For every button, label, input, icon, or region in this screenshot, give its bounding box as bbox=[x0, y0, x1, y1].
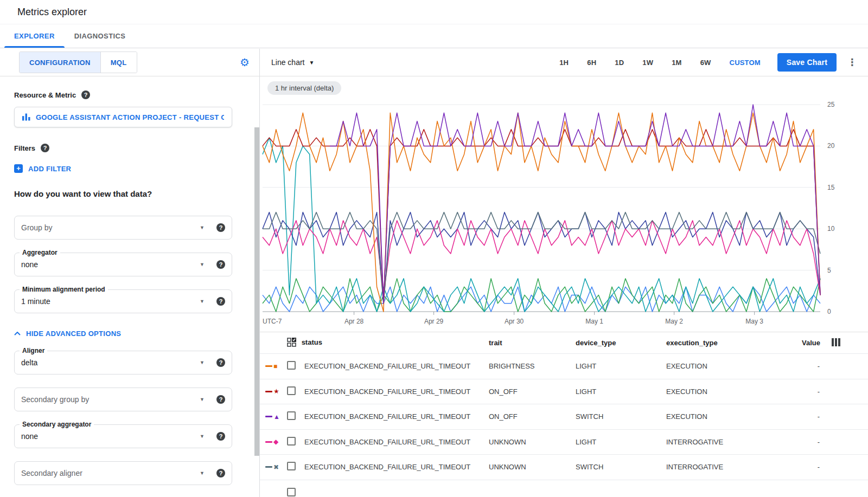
table-row: ▲ EXECUTION_BACKEND_FAILURE_URL_TIMEOUT … bbox=[260, 404, 868, 429]
table-row: ◆ EXECUTION_BACKEND_FAILURE_URL_TIMEOUT … bbox=[260, 429, 868, 455]
panel-scrollbar[interactable] bbox=[254, 127, 259, 456]
range-6w-button[interactable]: 6W bbox=[691, 54, 720, 71]
help-icon[interactable]: ? bbox=[216, 260, 225, 269]
aligner-value: delta bbox=[21, 358, 37, 367]
range-1d-button[interactable]: 1D bbox=[605, 54, 633, 71]
hide-advanced-options-toggle[interactable]: HIDE ADVANCED OPTIONS bbox=[14, 330, 121, 338]
help-icon[interactable]: ? bbox=[216, 358, 225, 367]
header-value[interactable]: Value bbox=[802, 339, 820, 347]
chart-type-label: Line chart bbox=[271, 58, 304, 67]
segment-mql[interactable]: MQL bbox=[100, 52, 137, 73]
filters-label-row: Filters ? bbox=[14, 144, 232, 152]
segment-configuration[interactable]: CONFIGURATION bbox=[20, 52, 100, 73]
help-icon[interactable]: ? bbox=[41, 144, 49, 152]
main-tabs: EXPLORER DIAGNOSTICS bbox=[0, 24, 868, 48]
row-status: EXECUTION_BACKEND_FAILURE_URL_TIMEOUT bbox=[304, 412, 489, 421]
secondary-group-by-select[interactable]: Secondary group by ▼ ? bbox=[14, 388, 232, 411]
range-6h-button[interactable]: 6H bbox=[578, 54, 605, 71]
row-value: - bbox=[802, 388, 820, 396]
series-dash-icon bbox=[265, 365, 272, 367]
svg-text:Apr 30: Apr 30 bbox=[505, 318, 524, 325]
more-options-kebab-icon[interactable]: ⋮ bbox=[844, 54, 860, 70]
header-trait[interactable]: trait bbox=[489, 339, 576, 347]
metrics-explorer-app: Metrics explorer EXPLORER DIAGNOSTICS CO… bbox=[0, 0, 868, 497]
group-by-select[interactable]: Group by ▼ ? bbox=[14, 216, 232, 240]
svg-text:10: 10 bbox=[827, 225, 835, 233]
tab-explorer[interactable]: EXPLORER bbox=[4, 24, 65, 48]
help-icon[interactable]: ? bbox=[216, 432, 225, 441]
svg-text:0: 0 bbox=[827, 308, 831, 315]
row-checkbox[interactable] bbox=[287, 437, 296, 446]
series-marker-icon: ✖ bbox=[273, 464, 279, 470]
metric-selector-label: GOOGLE ASSISTANT ACTION PROJECT - REQUES… bbox=[36, 113, 224, 121]
time-range-buttons: 1H 6H 1D 1W 1M 6W CUSTOM Save Chart ⋮ bbox=[550, 53, 860, 72]
aggregator-select[interactable]: Aggregator none ▼ ? bbox=[14, 253, 232, 276]
help-icon[interactable]: ? bbox=[216, 469, 225, 477]
aligner-label: Aligner bbox=[20, 347, 47, 354]
svg-text:May 2: May 2 bbox=[665, 318, 683, 325]
aligner-select[interactable]: Aligner delta ▼ ? bbox=[14, 351, 232, 375]
help-icon[interactable]: ? bbox=[216, 223, 225, 232]
row-checkbox[interactable] bbox=[287, 462, 296, 470]
range-1w-button[interactable]: 1W bbox=[633, 54, 662, 71]
secondary-aggregator-select[interactable]: Secondary aggregator none ▼ ? bbox=[14, 424, 232, 448]
metric-selector-button[interactable]: GOOGLE ASSISTANT ACTION PROJECT - REQUES… bbox=[14, 107, 232, 127]
row-device-type: SWITCH bbox=[576, 463, 666, 471]
row-status: EXECUTION_BACKEND_FAILURE_URL_TIMEOUT bbox=[304, 388, 489, 396]
plus-icon: + bbox=[14, 164, 23, 173]
series-dash-icon bbox=[265, 441, 272, 443]
row-checkbox[interactable] bbox=[287, 361, 296, 370]
table-rows: ■ EXECUTION_BACKEND_FAILURE_URL_TIMEOUT … bbox=[260, 353, 868, 480]
table-row: ■ EXECUTION_BACKEND_FAILURE_URL_TIMEOUT … bbox=[260, 353, 868, 379]
config-mql-toggle: CONFIGURATION MQL bbox=[19, 51, 137, 73]
svg-text:May 3: May 3 bbox=[745, 318, 763, 325]
configuration-panel: CONFIGURATION MQL ⚙ Resource & Metric ? … bbox=[0, 49, 259, 497]
row-checkbox[interactable] bbox=[287, 386, 296, 395]
range-1h-button[interactable]: 1H bbox=[550, 54, 578, 71]
chevron-down-icon: ▼ bbox=[200, 360, 205, 365]
range-1m-button[interactable]: 1M bbox=[662, 54, 691, 71]
help-icon[interactable]: ? bbox=[216, 297, 225, 306]
chart-main-area: Line chart ▼ 1H 6H 1D 1W 1M 6W CUSTOM Sa… bbox=[260, 49, 868, 497]
help-icon[interactable]: ? bbox=[81, 91, 90, 99]
add-filter-button[interactable]: + ADD FILTER bbox=[14, 164, 71, 173]
series-dash-icon bbox=[265, 466, 272, 468]
row-value: - bbox=[802, 412, 820, 421]
row-device-type: LIGHT bbox=[576, 362, 666, 370]
row-checkbox[interactable] bbox=[287, 411, 296, 420]
chevron-down-icon: ▼ bbox=[200, 225, 205, 230]
min-alignment-period-select[interactable]: Minimum alignment period 1 minute ▼ ? bbox=[14, 289, 232, 313]
header-device-type[interactable]: device_type bbox=[576, 339, 666, 347]
chevron-down-icon: ▼ bbox=[309, 60, 314, 66]
aggregator-value: none bbox=[21, 260, 38, 269]
line-chart[interactable]: 0510152025UTC-7Apr 28Apr 29Apr 30May 1Ma… bbox=[260, 76, 868, 332]
settings-gear-icon[interactable]: ⚙ bbox=[240, 57, 250, 68]
row-checkbox[interactable] bbox=[287, 488, 296, 496]
svg-text:Apr 29: Apr 29 bbox=[424, 318, 444, 325]
min-alignment-label: Minimum alignment period bbox=[20, 286, 108, 293]
range-custom-button[interactable]: CUSTOM bbox=[720, 54, 770, 71]
row-trait: ON_OFF bbox=[489, 388, 576, 396]
help-icon[interactable]: ? bbox=[216, 395, 225, 404]
columns-icon[interactable] bbox=[832, 338, 840, 346]
chart-type-dropdown[interactable]: Line chart ▼ bbox=[271, 58, 314, 67]
series-dash-icon bbox=[265, 416, 272, 417]
interval-chip[interactable]: 1 hr interval (delta) bbox=[267, 81, 341, 95]
panel-body: Resource & Metric ? GOOGLE ASSISTANT ACT… bbox=[0, 91, 259, 485]
row-trait: ON_OFF bbox=[489, 412, 576, 421]
save-chart-button[interactable]: Save Chart bbox=[777, 53, 837, 72]
tab-diagnostics[interactable]: DIAGNOSTICS bbox=[65, 24, 136, 48]
series-marker-icon: ◆ bbox=[273, 438, 278, 445]
row-status: EXECUTION_BACKEND_FAILURE_URL_TIMEOUT bbox=[304, 463, 489, 471]
chevron-up-icon bbox=[14, 332, 21, 335]
header-execution-type[interactable]: execution_type bbox=[666, 339, 802, 347]
chart-toolbar: Line chart ▼ 1H 6H 1D 1W 1M 6W CUSTOM Sa… bbox=[260, 49, 868, 76]
header-status[interactable]: status bbox=[302, 338, 322, 346]
table-row-partial bbox=[260, 480, 868, 497]
select-all-icon[interactable] bbox=[287, 338, 296, 347]
add-filter-label: ADD FILTER bbox=[28, 165, 71, 173]
chevron-down-icon: ▼ bbox=[200, 470, 205, 476]
row-execution-type: EXECUTION bbox=[666, 362, 802, 370]
secondary-aligner-select[interactable]: Secondary aligner ▼ ? bbox=[14, 461, 232, 485]
row-status: EXECUTION_BACKEND_FAILURE_URL_TIMEOUT bbox=[304, 362, 489, 370]
